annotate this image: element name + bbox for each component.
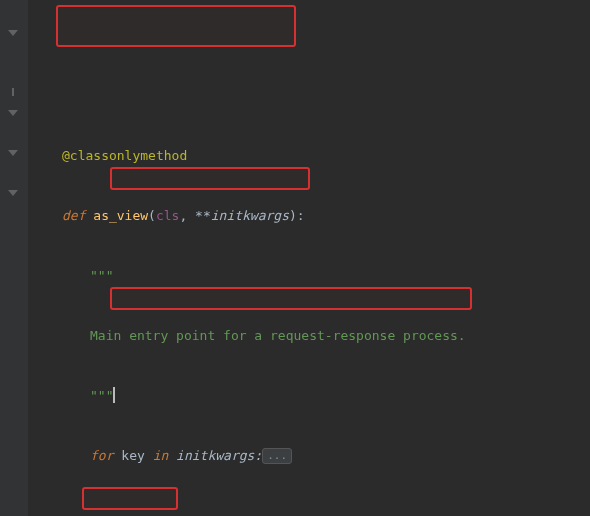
docstring-open: """ (90, 268, 113, 283)
highlight-box (110, 287, 472, 310)
gutter (0, 0, 28, 516)
code-line[interactable]: @classonlymethod (34, 146, 590, 166)
folded-region[interactable]: ... (262, 448, 292, 464)
text-cursor (113, 387, 115, 403)
code-line[interactable]: def as_view(cls, **initkwargs): (34, 206, 590, 226)
fold-icon[interactable] (8, 108, 17, 117)
code-line[interactable]: for key in initkwargs:... (34, 446, 590, 466)
code-line[interactable]: """ (34, 386, 590, 406)
code-line[interactable]: """ (34, 266, 590, 286)
highlight-box (110, 167, 310, 190)
fold-icon[interactable] (8, 188, 17, 197)
code-area[interactable]: @classonlymethod def as_view(cls, **init… (28, 0, 590, 516)
fold-icon[interactable] (8, 148, 17, 157)
code-line[interactable]: Main entry point for a request-response … (34, 326, 590, 346)
fold-icon[interactable] (8, 28, 17, 37)
blank-line[interactable] (34, 506, 590, 516)
fold-mid-icon (8, 88, 17, 97)
highlight-box (56, 5, 296, 47)
